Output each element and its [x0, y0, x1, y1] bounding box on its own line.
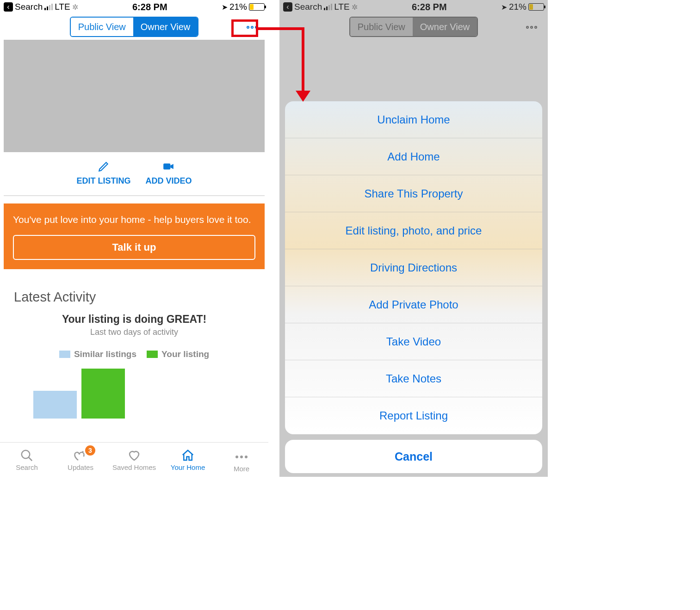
add-video-label: ADD VIDEO — [145, 176, 192, 186]
screen-action-sheet: ‹ Search LTE ✲ 6:28 PM ➤ 21% Public View… — [279, 0, 548, 477]
battery-pct: 21% — [509, 2, 527, 12]
legend-yours: Your listing — [147, 349, 209, 359]
view-segment[interactable]: Public View Owner View — [70, 17, 198, 37]
status-time: 6:28 PM — [132, 2, 167, 12]
more-tab-icon — [235, 450, 248, 464]
signal-icon — [324, 4, 332, 10]
status-back-label[interactable]: Search — [294, 2, 322, 12]
tab-more-label: More — [234, 465, 249, 473]
chart-subtitle: Last two days of activity — [14, 327, 254, 337]
heart-icon — [127, 449, 141, 462]
carrier-label: LTE — [55, 2, 70, 12]
annotation-arrow-horizontal — [258, 27, 304, 30]
battery-icon — [528, 3, 544, 11]
home-icon — [181, 449, 195, 462]
search-icon — [20, 449, 34, 462]
swatch-yours-icon — [147, 351, 158, 358]
tab-saved-label: Saved Homes — [112, 463, 156, 471]
swatch-similar-icon — [59, 351, 70, 358]
tab-your-home-label: Your Home — [171, 463, 205, 471]
tab-updates-label: Updates — [68, 463, 93, 471]
sheet-unclaim-home[interactable]: Unclaim Home — [285, 101, 542, 138]
sheet-add-private-photo[interactable]: Add Private Photo — [285, 286, 542, 323]
status-time: 6:28 PM — [412, 2, 447, 12]
sheet-share-property[interactable]: Share This Property — [285, 175, 542, 212]
sheet-driving-directions[interactable]: Driving Directions — [285, 249, 542, 286]
bar-similar — [33, 391, 77, 419]
chart-legend: Similar listings Your listing — [14, 349, 254, 359]
tab-more[interactable]: More — [215, 443, 268, 477]
screen-before: ‹ Search LTE ✲ 6:28 PM ➤ 21% Public View… — [0, 0, 268, 477]
svg-point-1 — [22, 450, 30, 458]
talk-it-up-button[interactable]: Talk it up — [13, 235, 255, 260]
bar-chart — [14, 368, 254, 419]
sheet-report-listing[interactable]: Report Listing — [285, 397, 542, 434]
annotation-highlight-box — [231, 19, 258, 37]
edit-listing-button[interactable]: EDIT LISTING — [76, 160, 130, 186]
tab-bar: Search 3 Updates Saved Homes Your Home M… — [0, 442, 268, 477]
sheet-cancel-button[interactable]: Cancel — [285, 440, 542, 473]
status-back-label[interactable]: Search — [15, 2, 43, 12]
sheet-edit-listing[interactable]: Edit listing, photo, and price — [285, 212, 542, 249]
legend-similar: Similar listings — [59, 349, 136, 359]
legend-yours-label: Your listing — [161, 349, 209, 359]
video-icon — [162, 160, 174, 173]
loading-spinner-icon: ✲ — [72, 3, 78, 12]
listing-actions-row: EDIT LISTING ADD VIDEO — [4, 152, 265, 196]
tab-search[interactable]: Search — [0, 443, 54, 477]
signal-icon — [44, 4, 53, 10]
carrier-label: LTE — [334, 2, 349, 12]
tab-search-label: Search — [16, 463, 38, 471]
action-sheet: Unclaim Home Add Home Share This Propert… — [285, 101, 542, 473]
view-segment: Public View Owner View — [349, 17, 478, 37]
tab-saved-homes[interactable]: Saved Homes — [107, 443, 161, 477]
latest-activity-card: Latest Activity Your listing is doing GR… — [4, 279, 265, 429]
pencil-icon — [98, 160, 110, 173]
battery-icon — [249, 3, 265, 11]
chart-title: Your listing is doing GREAT! — [14, 313, 254, 326]
location-icon: ➤ — [501, 3, 507, 12]
battery-pct: 21% — [229, 2, 247, 12]
sheet-add-home[interactable]: Add Home — [285, 138, 542, 175]
sheet-take-notes[interactable]: Take Notes — [285, 360, 542, 397]
updates-badge: 3 — [85, 445, 95, 456]
promo-text: You've put love into your home - help bu… — [13, 213, 255, 227]
legend-similar-label: Similar listings — [74, 349, 136, 359]
segment-owner: Owner View — [413, 18, 477, 36]
more-button — [522, 20, 541, 34]
back-chevron-icon[interactable]: ‹ — [283, 2, 292, 12]
tab-updates[interactable]: 3 Updates — [54, 443, 107, 477]
more-icon — [526, 26, 537, 29]
status-bar: ‹ Search LTE ✲ 6:28 PM ➤ 21% — [0, 0, 268, 14]
action-sheet-list: Unclaim Home Add Home Share This Propert… — [285, 101, 542, 434]
edit-listing-label: EDIT LISTING — [76, 176, 130, 186]
segment-public[interactable]: Public View — [71, 18, 133, 36]
segment-owner[interactable]: Owner View — [133, 18, 198, 36]
status-bar: ‹ Search LTE ✲ 6:28 PM ➤ 21% — [279, 0, 548, 14]
location-icon: ➤ — [222, 3, 228, 12]
segment-public: Public View — [350, 18, 413, 36]
latest-activity-heading: Latest Activity — [14, 290, 254, 305]
nav-bar: Public View Owner View — [0, 14, 268, 40]
annotation-arrow-vertical — [302, 27, 304, 92]
listing-photo-placeholder[interactable] — [4, 40, 265, 152]
tab-your-home[interactable]: Your Home — [161, 443, 215, 477]
back-chevron-icon[interactable]: ‹ — [4, 2, 13, 12]
add-video-button[interactable]: ADD VIDEO — [145, 160, 192, 186]
promo-banner: You've put love into your home - help bu… — [4, 203, 265, 269]
nav-bar: Public View Owner View — [279, 14, 548, 40]
loading-spinner-icon: ✲ — [352, 3, 358, 12]
bar-yours — [81, 369, 125, 419]
sheet-take-video[interactable]: Take Video — [285, 323, 542, 360]
svg-rect-0 — [164, 164, 171, 170]
annotation-arrow-head-icon — [296, 91, 310, 102]
